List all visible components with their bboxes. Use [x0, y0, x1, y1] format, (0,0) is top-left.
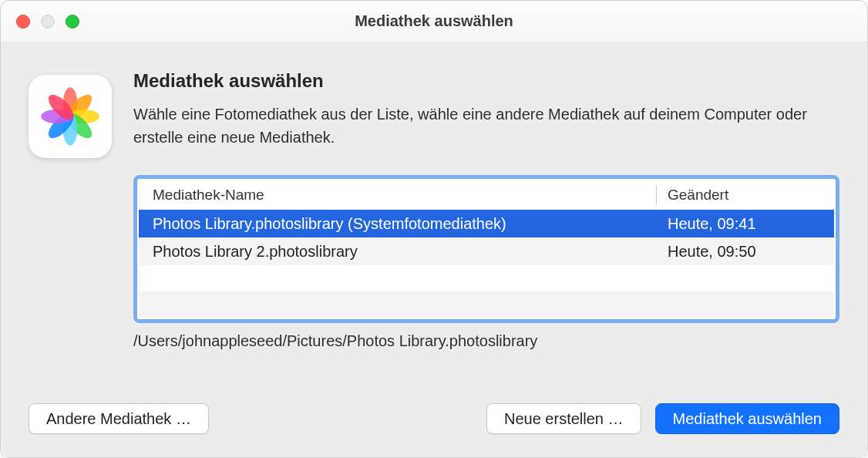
- photos-app-icon: [29, 75, 112, 158]
- table-row[interactable]: Photos Library.photoslibrary (Systemfoto…: [139, 210, 834, 237]
- maximize-icon[interactable]: [66, 15, 79, 29]
- cell-name: Photos Library 2.photoslibrary: [139, 243, 657, 261]
- choose-library-button[interactable]: Mediathek auswählen: [655, 403, 839, 434]
- header-texts: Mediathek auswählen Wähle eine Fotomedia…: [133, 70, 839, 149]
- header-row: Mediathek auswählen Wähle eine Fotomedia…: [29, 70, 839, 158]
- dialog-window: Mediathek auswählen: [0, 0, 868, 458]
- titlebar: Mediathek auswählen: [1, 1, 867, 42]
- close-icon[interactable]: [16, 15, 30, 29]
- window-controls: [16, 15, 79, 29]
- table-row-empty: [139, 291, 834, 318]
- library-table[interactable]: Mediathek-Name Geändert Photos Library.p…: [133, 175, 839, 323]
- page-description: Wähle eine Fotomediathek aus der Liste, …: [133, 103, 839, 149]
- table-row-empty: [139, 265, 834, 291]
- column-header-modified[interactable]: Geändert: [657, 185, 834, 205]
- content-area: Mediathek auswählen Wähle eine Fotomedia…: [1, 42, 867, 457]
- button-bar: Andere Mediathek … Neue erstellen … Medi…: [29, 403, 839, 457]
- table-row[interactable]: Photos Library 2.photoslibrary Heute, 09…: [139, 237, 834, 265]
- column-header-name[interactable]: Mediathek-Name: [139, 185, 657, 205]
- create-new-button[interactable]: Neue erstellen …: [486, 403, 641, 434]
- cell-name: Photos Library.photoslibrary (Systemfoto…: [139, 215, 657, 233]
- cell-modified: Heute, 09:50: [657, 243, 834, 261]
- page-heading: Mediathek auswählen: [133, 70, 839, 92]
- photos-flower-icon: [38, 84, 103, 149]
- selected-path: /Users/johnappleseed/Pictures/Photos Lib…: [133, 332, 839, 350]
- other-library-button[interactable]: Andere Mediathek …: [29, 403, 209, 434]
- cell-modified: Heute, 09:41: [657, 215, 834, 233]
- minimize-icon: [41, 15, 55, 29]
- table-header: Mediathek-Name Geändert: [139, 180, 834, 210]
- window-title: Mediathek auswählen: [1, 12, 867, 30]
